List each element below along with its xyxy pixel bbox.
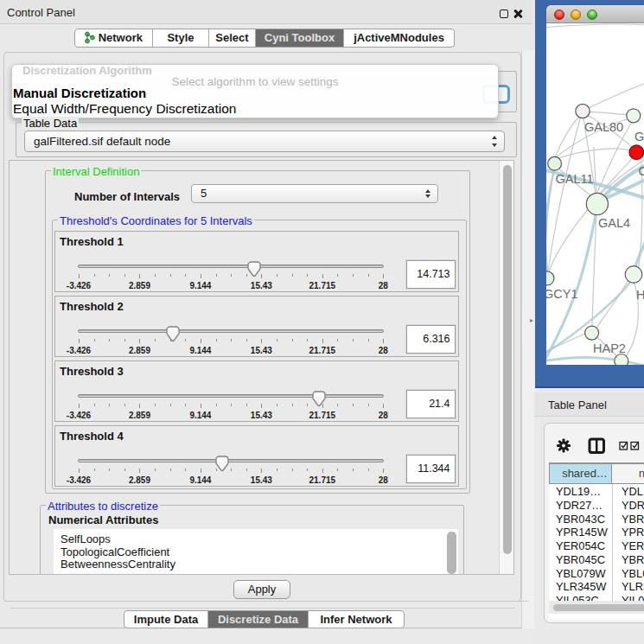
svg-text:GAL4: GAL4 [598,216,630,230]
svg-text:GA: GA [634,130,644,143]
svg-text:GAL80: GAL80 [584,120,623,134]
svg-text:HAP2: HAP2 [593,341,626,355]
svg-text:GCY1: GCY1 [546,287,578,301]
svg-text:H: H [636,288,644,302]
svg-text:C: C [639,164,644,178]
svg-text:GAL11: GAL11 [556,172,594,186]
